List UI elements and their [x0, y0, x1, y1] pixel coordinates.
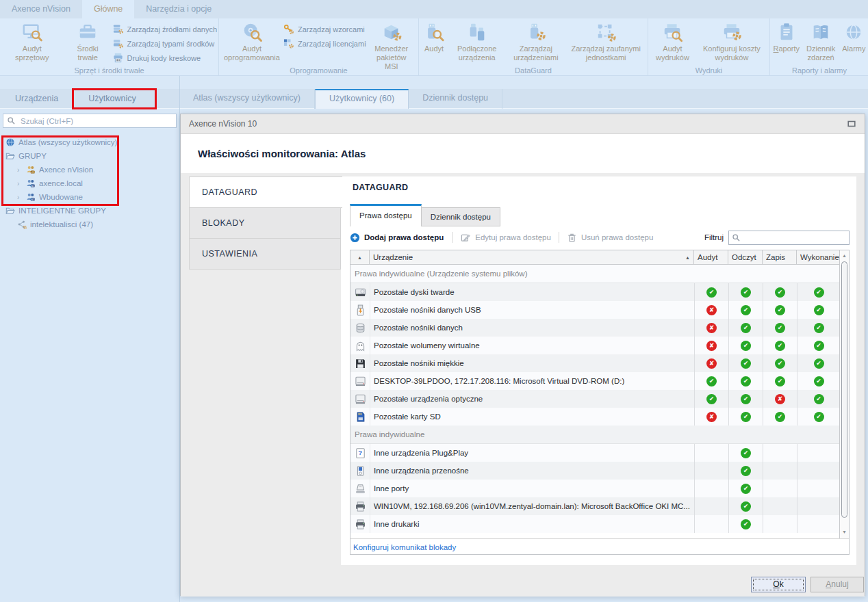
table-row[interactable]: WIN10VM, 192.168.69.206 (win10VM.zentyal… — [350, 497, 840, 515]
table-row[interactable]: DESKTOP-39LPDOO, 172.17.208.116: Microso… — [350, 372, 840, 390]
deny-icon: ✘ — [706, 341, 717, 351]
ribbon-button[interactable]: Zarządzaj licencjami — [283, 36, 366, 51]
table-row[interactable]: Pozostałe nośniki danych USB✘✔✔✔ — [350, 301, 840, 319]
tree-item[interactable]: Atlas (wszyscy użytkownicy) — [0, 135, 179, 149]
table-row[interactable]: Pozostałe karty SD✘✔✔✔ — [350, 408, 840, 426]
main-tab[interactable]: Dziennik dostępu — [409, 89, 502, 109]
alarms-icon — [843, 22, 864, 42]
main-tab[interactable]: Atlas (wszyscy użytkownicy) — [179, 89, 315, 109]
ribbon-button[interactable]: Zarządzaj zaufanymi jednostkami — [565, 19, 646, 66]
sidebar-tab[interactable]: Użytkownicy — [73, 89, 151, 109]
column-header-label: Zapis — [766, 253, 785, 261]
delete-rights-button[interactable]: Usuń prawa dostępu — [567, 233, 653, 243]
dialog-menu-item[interactable]: DATAGUARD — [189, 176, 342, 208]
table-row[interactable]: Pozostałe dyski twarde✔✔✔✔ — [350, 283, 840, 301]
ribbon-button[interactable]: Zarządzaj typami środków — [113, 36, 217, 51]
tree-item[interactable]: intelektualisci (47) — [0, 218, 179, 231]
ribbon-button[interactable]: Zarządzaj źródłami danych — [113, 22, 217, 36]
table-body: Prawa indywidualne (Urządzenie systemu p… — [350, 265, 840, 533]
ghost-icon — [355, 340, 366, 352]
ribbon-button[interactable]: Zarządzaj wzorcami — [283, 22, 366, 36]
right-cell: ✔ — [728, 462, 763, 480]
ribbon-tab[interactable]: Axence nVision — [0, 0, 82, 18]
column-header[interactable]: Odczyt — [728, 250, 763, 264]
column-header[interactable]: Zapis — [763, 250, 797, 264]
vertical-scrollbar[interactable]: ▲ ▼ — [839, 250, 849, 538]
tree-item[interactable]: ›ADWbudowane — [0, 190, 179, 204]
ribbon-button[interactable]: Alarmy — [839, 19, 868, 66]
ribbon-button[interactable]: Audyt wydruków — [650, 19, 695, 66]
ribbon-button[interactable]: Drukuj kody kreskowe — [113, 51, 217, 65]
cancel-button[interactable]: Anuluj — [810, 577, 864, 592]
allow-icon: ✔ — [814, 287, 824, 298]
right-cell: ✔ — [797, 283, 840, 301]
add-rights-button[interactable]: Dodaj prawa dostępu — [350, 233, 444, 243]
ribbon-button[interactable]: Zarządzaj urządzeniami — [506, 19, 565, 66]
allow-icon: ✔ — [775, 358, 785, 369]
ribbon-button[interactable]: Raporty — [770, 19, 804, 66]
column-header[interactable]: Wykonanie — [797, 250, 840, 264]
allow-icon: ✔ — [814, 394, 824, 404]
floppy-icon — [355, 358, 366, 369]
trusted-units-icon — [596, 22, 616, 42]
expander-icon[interactable]: › — [17, 194, 23, 201]
datasource-gear-icon — [113, 24, 123, 34]
table-row[interactable]: Inne urządzenia przenośne✔ — [350, 462, 840, 480]
edit-rights-button[interactable]: Edytuj prawa dostępu — [461, 233, 551, 243]
table-row[interactable]: Pozostałe wolumeny wirtualne✘✔✔✔ — [350, 337, 840, 354]
dialog-window-title: Axence nVision 10 — [189, 119, 847, 129]
table-row[interactable]: Inne drukarki✔ — [350, 515, 840, 533]
restore-icon[interactable] — [847, 119, 856, 129]
allow-icon: ✔ — [741, 394, 751, 404]
ribbon-button[interactable]: Audyt oprogramowania — [220, 19, 283, 66]
ribbon-tab[interactable]: Główne — [82, 0, 134, 18]
tree-item[interactable]: GRUPY — [0, 149, 179, 163]
table-row[interactable]: Pozostałe nośniki miękkie✘✔✔✔ — [350, 354, 840, 372]
sidebar-tab[interactable]: Urządzenia — [0, 89, 73, 109]
reports-icon — [776, 22, 797, 42]
table-row[interactable]: ?Inne urządzenia Plug&Play✔ — [350, 444, 840, 462]
table-row[interactable]: Pozostałe nośniki danych✘✔✔✔ — [350, 319, 840, 337]
ribbon-button[interactable]: Konfiguruj koszty wydruków — [695, 19, 768, 66]
column-header-label: Audyt — [698, 253, 717, 261]
main-tab[interactable]: Użytkownicy (60) — [315, 89, 409, 109]
ribbon-tab[interactable]: Narzędzia i opcje — [134, 0, 223, 18]
expander-icon[interactable]: › — [17, 180, 23, 187]
ribbon-button[interactable]: Menedżer pakietów MSI — [366, 19, 417, 66]
dialog-menu-item[interactable]: USTAWIENIA — [189, 238, 341, 270]
ok-button[interactable]: Ok — [751, 577, 806, 592]
ribbon-group: Audyt oprogramowaniaZarządzaj wzorcamiZa… — [219, 18, 419, 75]
column-header[interactable]: Urządzenie▲ — [370, 250, 694, 264]
scroll-up-icon[interactable]: ▲ — [840, 253, 849, 258]
ribbon-button[interactable]: Podłączone urządzenia — [448, 19, 506, 66]
scroll-down-icon[interactable]: ▼ — [840, 529, 849, 534]
tree-item[interactable]: ›ADaxence.local — [0, 176, 179, 190]
right-cell: ✔ — [694, 390, 728, 408]
allow-icon: ✔ — [814, 341, 824, 351]
configure-block-message-link[interactable]: Konfiguruj komunikat blokady — [353, 543, 456, 551]
table-row[interactable]: Pozostałe urządzenia optyczne✔✔✘✔ — [350, 390, 840, 408]
table-row[interactable]: Inne porty✔ — [350, 480, 840, 497]
ribbon-button[interactable]: Audyt — [420, 19, 448, 66]
column-header[interactable]: ▲ — [350, 250, 370, 264]
tree-item[interactable]: ›nVAxence nVision — [0, 163, 179, 176]
column-header[interactable]: Audyt — [694, 250, 728, 264]
scrollbar-thumb[interactable] — [841, 261, 847, 518]
deny-icon: ✘ — [706, 412, 717, 422]
dialog-menu-item[interactable]: BLOKADY — [189, 207, 341, 239]
ribbon-button[interactable]: Audyt sprzętowy — [1, 19, 63, 66]
device-icon-cell — [350, 390, 370, 408]
tree-item[interactable]: INTELIGENTNE GRUPY — [0, 204, 179, 218]
ribbon-button[interactable]: Środki trwałe — [63, 19, 113, 66]
search-icon — [732, 233, 741, 242]
dataguard-tab[interactable]: Dziennik dostępu — [421, 207, 500, 226]
ribbon-button[interactable]: Dziennik zdarzeń — [803, 19, 839, 66]
allow-icon: ✔ — [741, 287, 751, 298]
expander-icon[interactable]: › — [17, 166, 23, 174]
right-cell: ✔ — [728, 515, 763, 533]
device-name-cell: Pozostałe nośniki danych USB — [370, 301, 694, 319]
dataguard-tab[interactable]: Prawa dostępu — [350, 204, 422, 226]
search-input[interactable] — [19, 116, 173, 126]
table-group-label: Prawa indywidualne — [355, 430, 424, 439]
filter-input[interactable] — [743, 233, 846, 242]
